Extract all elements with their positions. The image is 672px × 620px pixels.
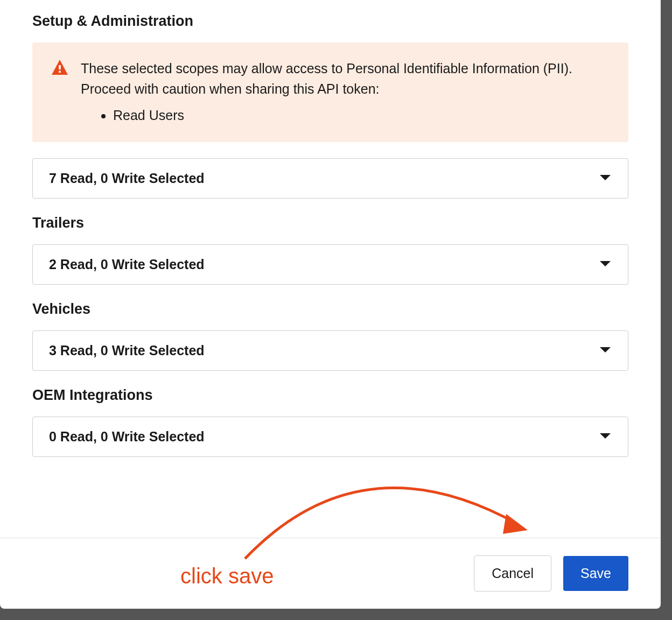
dropdown-label: 0 Read, 0 Write Selected [49, 429, 205, 445]
scope-section-oem: OEM Integrations 0 Read, 0 Write Selecte… [32, 387, 628, 457]
warning-text: These selected scopes may allow access t… [81, 59, 609, 99]
dropdown-oem[interactable]: 0 Read, 0 Write Selected [32, 417, 628, 457]
warning-content: These selected scopes may allow access t… [81, 59, 609, 126]
section-title-vehicles: Vehicles [32, 301, 628, 318]
modal-footer: click save Cancel Save [0, 538, 661, 609]
warning-list-item: Read Users [113, 104, 609, 126]
svg-rect-0 [59, 65, 61, 69]
warning-icon [52, 60, 68, 77]
section-title-oem: OEM Integrations [32, 387, 628, 404]
chevron-down-icon [599, 346, 612, 356]
modal-container: Setup & Administration These selected sc… [0, 0, 661, 609]
svg-rect-1 [59, 71, 61, 73]
section-title-trailers: Trailers [32, 215, 628, 231]
dropdown-label: 7 Read, 0 Write Selected [49, 171, 205, 186]
scope-section-vehicles: Vehicles 3 Read, 0 Write Selected [32, 301, 628, 371]
annotation-text: click save [180, 564, 274, 588]
chevron-down-icon [599, 432, 612, 442]
chevron-down-icon [599, 260, 612, 270]
save-button[interactable]: Save [563, 556, 628, 591]
dropdown-label: 3 Read, 0 Write Selected [49, 343, 205, 358]
dropdown-trailers[interactable]: 2 Read, 0 Write Selected [32, 244, 628, 285]
cancel-button[interactable]: Cancel [474, 555, 551, 591]
scope-section-trailers: Trailers 2 Read, 0 Write Selected [32, 215, 628, 285]
warning-list: Read Users [81, 104, 609, 126]
section-title-setup: Setup & Administration [32, 13, 628, 30]
dropdown-vehicles[interactable]: 3 Read, 0 Write Selected [32, 330, 628, 371]
dropdown-setup[interactable]: 7 Read, 0 Write Selected [32, 158, 628, 199]
dropdown-label: 2 Read, 0 Write Selected [49, 257, 205, 272]
chevron-down-icon [599, 174, 612, 184]
warning-banner: These selected scopes may allow access t… [32, 43, 628, 142]
scope-section-setup: 7 Read, 0 Write Selected [32, 158, 628, 199]
modal-body: Setup & Administration These selected sc… [0, 0, 661, 538]
